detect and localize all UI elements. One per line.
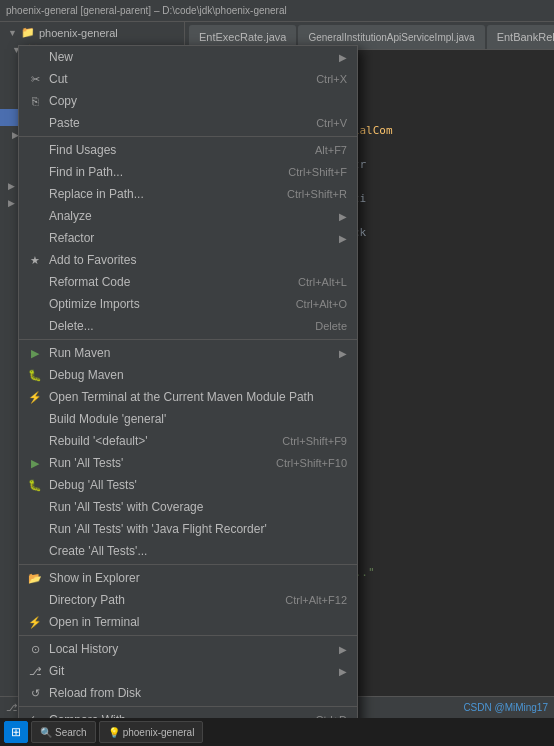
shortcut-label: Delete (295, 320, 347, 332)
menu-item-paste[interactable]: Paste Ctrl+V (19, 112, 357, 134)
history-icon: ⊙ (27, 641, 43, 657)
git-icon: ⎇ (27, 663, 43, 679)
menu-item-new[interactable]: New ▶ (19, 46, 357, 68)
coverage-icon (27, 499, 43, 515)
menu-separator (19, 136, 357, 137)
debug-tests-icon: 🐛 (27, 477, 43, 493)
new-icon (27, 49, 43, 65)
menu-label: Analyze (49, 209, 92, 223)
menu-item-git[interactable]: ⎇ Git ▶ (19, 660, 357, 682)
menu-item-rebuild[interactable]: Rebuild '<default>' Ctrl+Shift+F9 (19, 430, 357, 452)
menu-label: Local History (49, 642, 118, 656)
menu-item-open-in-terminal[interactable]: ⚡ Open in Terminal (19, 611, 357, 633)
flight-recorder-icon (27, 521, 43, 537)
taskbar-search[interactable]: 🔍 Search (31, 721, 96, 743)
menu-label: Run 'All Tests' with 'Java Flight Record… (49, 522, 267, 536)
rebuild-icon (27, 433, 43, 449)
menu-item-open-terminal-maven[interactable]: ⚡ Open Terminal at the Current Maven Mod… (19, 386, 357, 408)
menu-label: Replace in Path... (49, 187, 144, 201)
menu-item-find-usages[interactable]: Find Usages Alt+F7 (19, 139, 357, 161)
menu-item-run-all-tests[interactable]: ▶ Run 'All Tests' Ctrl+Shift+F10 (19, 452, 357, 474)
shortcut-label: Ctrl+Shift+F10 (256, 457, 347, 469)
menu-label: Run Maven (49, 346, 110, 360)
submenu-arrow: ▶ (339, 233, 347, 244)
shortcut-label: Ctrl+Shift+F9 (262, 435, 347, 447)
search-icon: 🔍 (40, 727, 52, 738)
menu-label: Refactor (49, 231, 94, 245)
menu-item-analyze[interactable]: Analyze ▶ (19, 205, 357, 227)
windows-icon: ⊞ (11, 725, 21, 739)
shortcut-label: Ctrl+X (296, 73, 347, 85)
taskbar-intellij[interactable]: 💡 phoenix-general (99, 721, 204, 743)
submenu-arrow: ▶ (339, 52, 347, 63)
context-menu-overlay: New ▶ ✂ Cut Ctrl+X ⎘ Copy Paste Ctrl+V (0, 0, 554, 746)
reformat-icon (27, 274, 43, 290)
start-button[interactable]: ⊞ (4, 721, 28, 743)
menu-item-run-maven[interactable]: ▶ Run Maven ▶ (19, 342, 357, 364)
menu-item-replace-in-path[interactable]: Replace in Path... Ctrl+Shift+R (19, 183, 357, 205)
menu-item-show-in-explorer[interactable]: 📂 Show in Explorer (19, 567, 357, 589)
submenu-arrow: ▶ (339, 211, 347, 222)
menu-item-debug-all-tests[interactable]: 🐛 Debug 'All Tests' (19, 474, 357, 496)
menu-label: Optimize Imports (49, 297, 140, 311)
menu-item-build-module[interactable]: Build Module 'general' (19, 408, 357, 430)
menu-label: Run 'All Tests' (49, 456, 123, 470)
menu-item-local-history[interactable]: ⊙ Local History ▶ (19, 638, 357, 660)
cut-icon: ✂ (27, 71, 43, 87)
reload-icon: ↺ (27, 685, 43, 701)
menu-item-add-to-favorites[interactable]: ★ Add to Favorites (19, 249, 357, 271)
menu-separator (19, 564, 357, 565)
menu-label: Show in Explorer (49, 571, 140, 585)
copy-icon: ⎘ (27, 93, 43, 109)
submenu-arrow: ▶ (339, 348, 347, 359)
menu-item-copy[interactable]: ⎘ Copy (19, 90, 357, 112)
refactor-icon (27, 230, 43, 246)
menu-label: Add to Favorites (49, 253, 136, 267)
build-icon (27, 411, 43, 427)
menu-label: Create 'All Tests'... (49, 544, 147, 558)
menu-label: Open in Terminal (49, 615, 140, 629)
shortcut-label: Ctrl+Alt+L (278, 276, 347, 288)
menu-item-refactor[interactable]: Refactor ▶ (19, 227, 357, 249)
shortcut-label: Ctrl+Alt+O (276, 298, 347, 310)
menu-label: Open Terminal at the Current Maven Modul… (49, 390, 314, 404)
menu-label: Reload from Disk (49, 686, 141, 700)
submenu-arrow: ▶ (339, 666, 347, 677)
menu-label: Find Usages (49, 143, 116, 157)
submenu-arrow: ▶ (339, 644, 347, 655)
create-tests-icon (27, 543, 43, 559)
shortcut-label: Ctrl+V (296, 117, 347, 129)
menu-label: Paste (49, 116, 80, 130)
menu-item-create-all-tests[interactable]: Create 'All Tests'... (19, 540, 357, 562)
dir-path-icon (27, 592, 43, 608)
menu-item-reload-from-disk[interactable]: ↺ Reload from Disk (19, 682, 357, 704)
intellij-icon: 💡 (108, 727, 120, 738)
favorites-icon: ★ (27, 252, 43, 268)
menu-separator (19, 635, 357, 636)
shortcut-label: Ctrl+Alt+F12 (265, 594, 347, 606)
menu-label: Run 'All Tests' with Coverage (49, 500, 203, 514)
menu-item-reformat-code[interactable]: Reformat Code Ctrl+Alt+L (19, 271, 357, 293)
menu-separator (19, 706, 357, 707)
find-path-icon (27, 164, 43, 180)
menu-item-delete[interactable]: Delete... Delete (19, 315, 357, 337)
menu-item-debug-maven[interactable]: 🐛 Debug Maven (19, 364, 357, 386)
menu-item-run-with-coverage[interactable]: Run 'All Tests' with Coverage (19, 496, 357, 518)
terminal2-icon: ⚡ (27, 614, 43, 630)
delete-icon (27, 318, 43, 334)
menu-label: Copy (49, 94, 77, 108)
terminal-icon: ⚡ (27, 389, 43, 405)
menu-item-find-in-path[interactable]: Find in Path... Ctrl+Shift+F (19, 161, 357, 183)
shortcut-label: Alt+F7 (295, 144, 347, 156)
menu-label: Directory Path (49, 593, 125, 607)
run-maven-icon: ▶ (27, 345, 43, 361)
menu-label: New (49, 50, 73, 64)
menu-item-run-flight-recorder[interactable]: Run 'All Tests' with 'Java Flight Record… (19, 518, 357, 540)
menu-label: Delete... (49, 319, 94, 333)
menu-item-optimize-imports[interactable]: Optimize Imports Ctrl+Alt+O (19, 293, 357, 315)
explorer-icon: 📂 (27, 570, 43, 586)
menu-item-directory-path[interactable]: Directory Path Ctrl+Alt+F12 (19, 589, 357, 611)
menu-item-cut[interactable]: ✂ Cut Ctrl+X (19, 68, 357, 90)
analyze-icon (27, 208, 43, 224)
debug-maven-icon: 🐛 (27, 367, 43, 383)
